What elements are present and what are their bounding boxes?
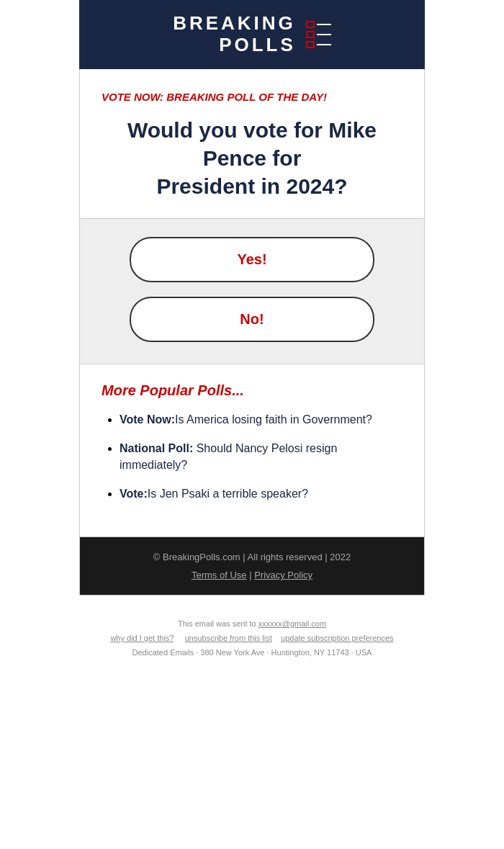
- mailing-address: Dedicated Emails · 380 New York Ave · Hu…: [14, 646, 490, 660]
- poll-question: Would you vote for Mike Pence for Presid…: [102, 116, 402, 200]
- more-polls-title: More Popular Polls...: [102, 382, 402, 399]
- email-action-links: why did I get this? unsubscribe from thi…: [14, 632, 490, 646]
- why-did-i-get-this-link[interactable]: why did I get this?: [110, 634, 174, 642]
- poll-2-prefix: National Poll:: [120, 442, 193, 454]
- ballot-icon: [306, 21, 331, 48]
- no-button[interactable]: No!: [130, 297, 374, 342]
- yes-button[interactable]: Yes!: [130, 237, 374, 282]
- privacy-policy-link[interactable]: Privacy Policy: [254, 570, 312, 580]
- email-sent-line: This email was sent to xxxxxx@gmail.com: [14, 617, 490, 632]
- footer-links: Terms of Use | Privacy Policy: [94, 570, 410, 580]
- sent-text: This email was sent to: [178, 619, 258, 628]
- site-footer: © BreakingPolls.com | All rights reserve…: [79, 537, 425, 596]
- site-header: BREAKING POLLS: [79, 0, 425, 69]
- poll-3-prefix: Vote:: [120, 488, 148, 500]
- vote-now-label: VOTE NOW: BREAKING POLL OF THE DAY!: [102, 91, 402, 103]
- more-polls-section: More Popular Polls... Vote Now:Is Americ…: [79, 364, 425, 538]
- poll-link-2[interactable]: National Poll: Should Nancy Pelosi resig…: [120, 442, 337, 470]
- poll-3-text: Is Jen Psaki a terrible speaker?: [148, 488, 308, 500]
- question-line2: President in 2024?: [156, 174, 347, 198]
- vote-now-prefix: VOTE NOW:: [102, 91, 166, 103]
- poll-link-1[interactable]: Vote Now:Is America losing faith in Gove…: [120, 413, 372, 426]
- update-subscription-link[interactable]: update subscription preferences: [281, 634, 394, 642]
- poll-header-section: VOTE NOW: BREAKING POLL OF THE DAY! Woul…: [79, 69, 425, 219]
- logo-line1: BREAKING: [173, 13, 296, 35]
- email-footer: This email was sent to xxxxxx@gmail.com …: [0, 596, 504, 674]
- list-item: Vote:Is Jen Psaki a terrible speaker?: [120, 486, 402, 502]
- unsubscribe-link[interactable]: unsubscribe from this list: [185, 634, 272, 642]
- footer-copyright: © BreakingPolls.com | All rights reserve…: [94, 552, 410, 562]
- vote-now-highlight: BREAKING POLL OF THE DAY!: [166, 91, 327, 103]
- poll-buttons-section: Yes! No!: [79, 219, 425, 364]
- list-item: National Poll: Should Nancy Pelosi resig…: [120, 441, 402, 473]
- question-line1: Would you vote for Mike Pence for: [127, 118, 377, 170]
- terms-of-use-link[interactable]: Terms of Use: [192, 570, 247, 580]
- recipient-email[interactable]: xxxxxx@gmail.com: [258, 619, 326, 628]
- polls-list: Vote Now:Is America losing faith in Gove…: [102, 412, 402, 503]
- poll-link-3[interactable]: Vote:Is Jen Psaki a terrible speaker?: [120, 488, 308, 500]
- poll-1-prefix: Vote Now:: [120, 413, 175, 426]
- logo-line2: POLLS: [173, 35, 296, 56]
- list-item: Vote Now:Is America losing faith in Gove…: [120, 412, 402, 428]
- poll-1-text: Is America losing faith in Government?: [175, 413, 372, 426]
